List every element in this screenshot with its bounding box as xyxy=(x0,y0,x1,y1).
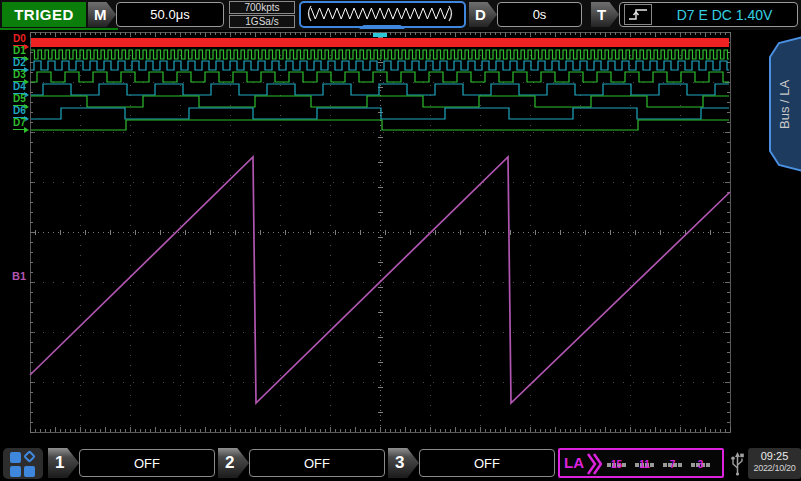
waveform-plot xyxy=(0,0,801,481)
trace-D1 xyxy=(31,50,729,59)
trigger-position-marker xyxy=(373,33,387,37)
channel-label-D7: D7 xyxy=(13,118,27,130)
bus-la-tab[interactable]: Bus / LA xyxy=(762,34,801,174)
waveform-display: D0D1D2D3D4D5D6D7B1 xyxy=(0,0,801,481)
oscilloscope-screen: D0D1D2D3D4D5D6D7B1 TRIGED M 50.0μs 700kp… xyxy=(0,0,801,481)
trace-D6 xyxy=(31,108,729,119)
bus-label-B1: B1 xyxy=(12,271,27,282)
bus-la-tab-label: Bus / LA xyxy=(773,34,795,174)
trace-D0 xyxy=(31,38,729,47)
